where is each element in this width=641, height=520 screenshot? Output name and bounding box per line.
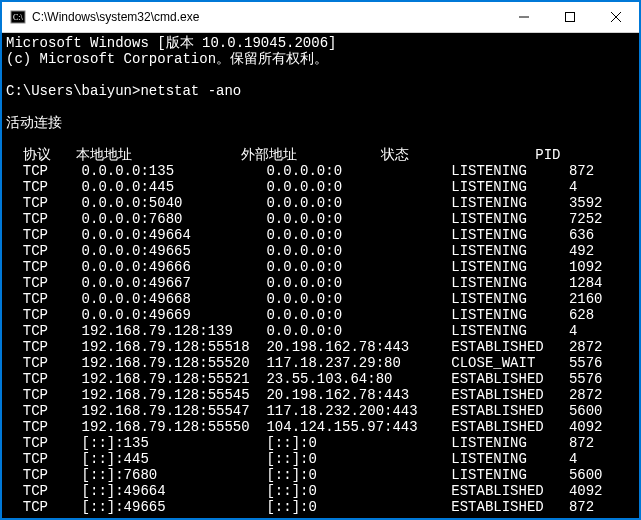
- terminal-output[interactable]: Microsoft Windows [版本 10.0.19045.2006] (…: [2, 33, 639, 518]
- close-button[interactable]: [593, 2, 639, 32]
- minimize-button[interactable]: [501, 2, 547, 32]
- cmd-window: C:\ C:\Windows\system32\cmd.exe Microsof…: [2, 2, 639, 518]
- window-controls: [501, 2, 639, 32]
- window-title: C:\Windows\system32\cmd.exe: [32, 10, 501, 24]
- svg-rect-3: [566, 13, 575, 22]
- cmd-icon: C:\: [10, 9, 26, 25]
- svg-text:C:\: C:\: [13, 13, 24, 22]
- titlebar[interactable]: C:\ C:\Windows\system32\cmd.exe: [2, 2, 639, 33]
- maximize-button[interactable]: [547, 2, 593, 32]
